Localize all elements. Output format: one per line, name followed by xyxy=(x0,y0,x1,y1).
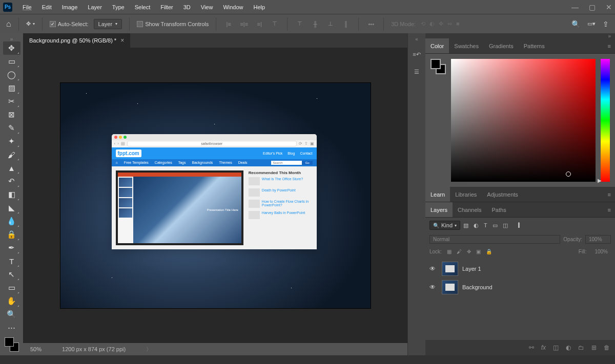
rectangle-tool[interactable]: ▭ xyxy=(3,281,20,294)
menu-select[interactable]: Select xyxy=(130,3,156,12)
history-brush-tool[interactable]: ↶ xyxy=(3,175,20,188)
hand-tool[interactable]: ✋ xyxy=(3,294,20,308)
path-selection-tool[interactable]: ↖ xyxy=(3,268,20,281)
distribute-vcenter-icon[interactable]: ╫ xyxy=(310,19,320,29)
share-icon[interactable]: ⇪ xyxy=(603,20,609,28)
dock-expand-icon[interactable]: « xyxy=(415,36,418,42)
new-layer-icon[interactable]: ⊞ xyxy=(591,344,597,351)
maximize-button[interactable]: ▢ xyxy=(589,3,596,11)
edit-toolbar-icon[interactable]: ⋯ xyxy=(3,321,20,334)
align-right-edges-icon[interactable]: ≡| xyxy=(254,19,264,29)
tab-color[interactable]: Color xyxy=(425,38,449,53)
home-button[interactable]: ⌂ xyxy=(6,19,11,29)
align-left-edges-icon[interactable]: |≡ xyxy=(223,19,234,29)
layer-filter-kind-select[interactable]: 🔍 Kind ▾ xyxy=(429,221,460,230)
move-tool-icon[interactable]: ✥ ▾ xyxy=(26,20,35,27)
hue-slider[interactable]: ▶ xyxy=(601,59,610,182)
search-icon[interactable]: 🔍 xyxy=(571,20,580,28)
lock-image-icon[interactable]: 🖌 xyxy=(457,249,462,254)
menu-type[interactable]: Type xyxy=(107,3,130,12)
menu-window[interactable]: Window xyxy=(218,3,248,12)
adjustment-layer-icon[interactable]: ◐ xyxy=(566,344,571,351)
zoom-tool[interactable]: 🔍 xyxy=(3,308,20,321)
layer-group-icon[interactable]: 🗀 xyxy=(578,344,584,351)
frame-tool[interactable]: ⊠ xyxy=(3,108,20,121)
menu-view[interactable]: View xyxy=(196,3,218,12)
quick-selection-tool[interactable]: ▨ xyxy=(3,81,20,95)
tab-learn[interactable]: Learn xyxy=(425,187,450,202)
delete-layer-icon[interactable]: 🗑 xyxy=(604,344,610,351)
layer-row[interactable]: 👁 Background xyxy=(425,278,615,296)
zoom-level[interactable]: 50% xyxy=(30,346,42,352)
document-tab[interactable]: Background.png @ 50% (RGB/8) * × xyxy=(23,33,130,48)
canvas[interactable]: ‹ › ▤ safaribrowser ⟳ ⇪ ▣ fppt.com Edito… xyxy=(60,83,371,308)
layer-visibility-icon[interactable]: 👁 xyxy=(429,284,438,291)
tab-channels[interactable]: Channels xyxy=(453,202,486,217)
rectangular-marquee-tool[interactable]: ▭ xyxy=(3,55,20,68)
filter-shape-icon[interactable]: ▭ xyxy=(493,222,498,229)
type-tool[interactable]: T xyxy=(3,254,20,268)
panel-collapse-icon[interactable]: » xyxy=(425,33,615,38)
color-fg-bg-swatches[interactable] xyxy=(430,59,446,74)
history-panel-icon[interactable]: ≡↶ xyxy=(409,49,424,59)
foreground-background-colors[interactable] xyxy=(5,337,19,352)
tab-patterns[interactable]: Patterns xyxy=(519,38,550,53)
color-picker-ring-icon[interactable] xyxy=(566,172,571,177)
layer-mask-icon[interactable]: ◫ xyxy=(553,344,559,351)
color-panel-menu-icon[interactable]: ≡ xyxy=(604,43,615,49)
close-button[interactable]: ✕ xyxy=(606,3,612,11)
lock-transparency-icon[interactable]: ▦ xyxy=(447,249,452,254)
layer-name[interactable]: Background xyxy=(462,284,493,290)
link-layers-icon[interactable]: ⚯ xyxy=(529,344,534,351)
menu-file[interactable]: File xyxy=(17,3,37,12)
layer-fx-icon[interactable]: fx xyxy=(541,344,546,351)
auto-select-checkbox[interactable]: Auto-Select: xyxy=(50,21,89,27)
menu-filter[interactable]: Filter xyxy=(155,3,178,12)
layer-row[interactable]: 👁 Layer 1 xyxy=(425,260,615,278)
clone-stamp-tool[interactable]: ▲ xyxy=(3,161,20,175)
menu-image[interactable]: Image xyxy=(57,3,83,12)
status-more-icon[interactable]: 〉 xyxy=(146,346,152,353)
brush-tool[interactable]: 🖌 xyxy=(3,148,20,161)
learn-panel-menu-icon[interactable]: ≡ xyxy=(604,191,615,198)
lock-artboard-icon[interactable]: ▣ xyxy=(476,249,481,254)
menu-help[interactable]: Help xyxy=(249,3,271,12)
layer-thumbnail[interactable] xyxy=(442,280,458,294)
move-tool[interactable]: ✥ xyxy=(3,41,20,55)
blend-mode-select[interactable]: Normal xyxy=(429,235,560,244)
lasso-tool[interactable]: ◯ xyxy=(3,68,20,81)
color-field[interactable] xyxy=(451,59,596,182)
properties-panel-icon[interactable]: ☰ xyxy=(409,67,424,77)
lock-position-icon[interactable]: ✥ xyxy=(467,249,471,254)
menu-layer[interactable]: Layer xyxy=(83,3,107,12)
auto-select-target-select[interactable]: Layer▾ xyxy=(94,19,122,29)
more-options-icon[interactable]: ••• xyxy=(366,19,376,29)
workspace-switcher-icon[interactable]: ▭▾ xyxy=(587,20,596,27)
blur-tool[interactable]: 💧 xyxy=(3,215,20,228)
filter-type-icon[interactable]: T xyxy=(484,222,487,229)
document-dimensions[interactable]: 1200 px x 874 px (72 ppi) xyxy=(62,346,126,352)
distribute-hcenter-icon[interactable]: ║ xyxy=(341,19,351,29)
crop-tool[interactable]: ✂ xyxy=(3,95,20,108)
tab-libraries[interactable]: Libraries xyxy=(450,187,482,202)
toolbar-expand-icon[interactable]: » xyxy=(10,36,13,41)
layer-name[interactable]: Layer 1 xyxy=(462,266,481,272)
lock-all-icon[interactable]: 🔒 xyxy=(486,249,492,254)
fill-input[interactable]: 100% xyxy=(591,248,611,255)
menu-3d[interactable]: 3D xyxy=(178,3,196,12)
gradient-tool[interactable]: ◣ xyxy=(3,201,20,215)
hue-slider-handle-icon[interactable]: ▶ xyxy=(598,178,602,183)
opacity-input[interactable]: 100% xyxy=(585,235,611,244)
pen-tool[interactable]: ✒ xyxy=(3,241,20,254)
align-top-edges-icon[interactable]: ⊤ xyxy=(270,19,280,29)
distribute-bottom-icon[interactable]: ⊥ xyxy=(325,19,336,29)
dodge-tool[interactable]: 🔒 xyxy=(3,228,20,241)
show-transform-checkbox[interactable]: Show Transform Controls xyxy=(137,21,209,27)
layers-panel-menu-icon[interactable]: ≡ xyxy=(604,207,615,213)
distribute-top-icon[interactable]: ⊤ xyxy=(295,19,305,29)
tab-adjustments[interactable]: Adjustments xyxy=(482,187,523,202)
layer-visibility-icon[interactable]: 👁 xyxy=(429,265,438,272)
align-horizontal-centers-icon[interactable]: ≡|≡ xyxy=(239,19,249,29)
spot-healing-tool[interactable]: ✦ xyxy=(3,135,20,148)
app-logo[interactable]: Ps xyxy=(3,3,12,12)
